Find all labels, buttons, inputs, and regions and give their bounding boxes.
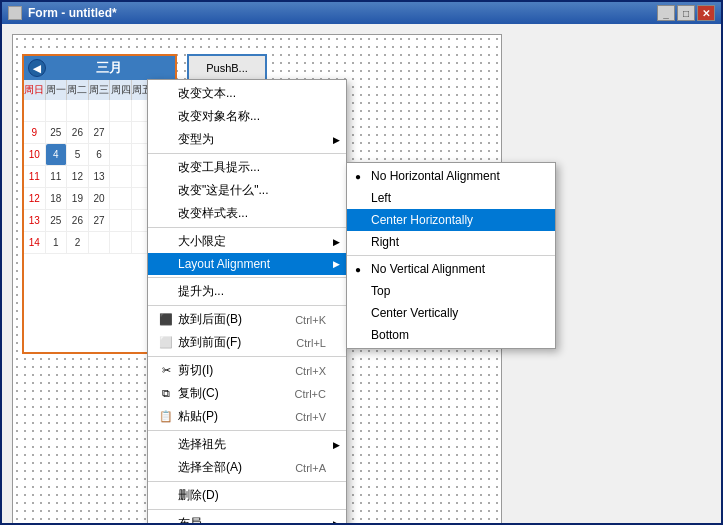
cal-week-num <box>24 100 46 122</box>
blank-icon <box>158 160 174 176</box>
front-icon: ⬜ <box>158 335 174 351</box>
blank-icon <box>158 132 174 148</box>
menu-item-layout[interactable]: 布局 <box>148 512 346 523</box>
menu-item-stylesheet[interactable]: 改变样式表... <box>148 202 346 225</box>
menu-sep-1 <box>148 153 346 154</box>
menu-sep-3 <box>148 277 346 278</box>
context-menu: 改变文本... 改变对象名称... 变型为 改变工具提示... 改变"这是什么"… <box>147 79 347 523</box>
blank-icon <box>158 86 174 102</box>
submenu-top[interactable]: Top <box>347 280 555 302</box>
submenu-right[interactable]: Right <box>347 231 555 253</box>
menu-sep-2 <box>148 227 346 228</box>
submenu-no-v-align[interactable]: ● No Vertical Alignment <box>347 258 555 280</box>
menu-item-delete[interactable]: 删除(D) <box>148 484 346 507</box>
cut-icon: ✂ <box>158 363 174 379</box>
menu-item-size-hint[interactable]: 大小限定 <box>148 230 346 253</box>
cal-weekday-wed: 周三 <box>89 80 111 100</box>
menu-item-layout-alignment[interactable]: Layout Alignment <box>148 253 346 275</box>
menu-sep-8 <box>148 509 346 510</box>
blank-icon <box>158 488 174 504</box>
paste-icon: 📋 <box>158 409 174 425</box>
menu-item-send-back[interactable]: ⬛ 放到后面(B) Ctrl+K <box>148 308 346 331</box>
close-button[interactable]: ✕ <box>697 5 715 21</box>
title-bar: Form - untitled* _ □ ✕ <box>2 2 721 24</box>
maximize-button[interactable]: □ <box>677 5 695 21</box>
blank-icon <box>158 437 174 453</box>
menu-item-select-all[interactable]: 选择全部(A) Ctrl+A <box>148 456 346 479</box>
menu-item-promote[interactable]: 提升为... <box>148 280 346 303</box>
submenu-sep <box>347 255 555 256</box>
push-button[interactable]: PushB... <box>187 54 267 82</box>
submenu-bottom[interactable]: Bottom <box>347 324 555 346</box>
blank-icon <box>158 206 174 222</box>
menu-item-change-name[interactable]: 改变对象名称... <box>148 105 346 128</box>
blank-icon <box>158 256 174 272</box>
submenu-left[interactable]: Left <box>347 187 555 209</box>
menu-sep-4 <box>148 305 346 306</box>
title-bar-buttons: _ □ ✕ <box>657 5 715 21</box>
cal-weekday-mon: 周一 <box>46 80 68 100</box>
blank-icon <box>158 234 174 250</box>
menu-sep-5 <box>148 356 346 357</box>
minimize-button[interactable]: _ <box>657 5 675 21</box>
submenu-no-h-align[interactable]: ● No Horizontal Alignment <box>347 165 555 187</box>
cal-day-9[interactable]: 9 <box>24 122 46 144</box>
window-title: Form - untitled* <box>28 6 651 20</box>
menu-item-select-ancestor[interactable]: 选择祖先 <box>148 433 346 456</box>
menu-item-change-text[interactable]: 改变文本... <box>148 82 346 105</box>
menu-item-bring-front[interactable]: ⬜ 放到前面(F) Ctrl+L <box>148 331 346 354</box>
cal-weekday-sun: 周日 <box>24 80 46 100</box>
layout-alignment-submenu: ● No Horizontal Alignment Left Center Ho… <box>346 162 556 349</box>
blank-icon <box>158 284 174 300</box>
calendar-header: ◀ 三月 <box>24 56 175 80</box>
menu-item-transform[interactable]: 变型为 <box>148 128 346 151</box>
menu-item-whatsthis[interactable]: 改变"这是什么"... <box>148 179 346 202</box>
cal-prev-button[interactable]: ◀ <box>28 59 46 77</box>
cal-weekday-tue: 周二 <box>67 80 89 100</box>
cal-weekday-thu: 周四 <box>110 80 132 100</box>
main-window: Form - untitled* _ □ ✕ ◀ 三月 周日 周一 周二 周三 … <box>0 0 723 525</box>
blank-icon <box>158 460 174 476</box>
blank-icon <box>158 183 174 199</box>
main-area: ◀ 三月 周日 周一 周二 周三 周四 周五 周六 9 <box>2 24 721 523</box>
menu-item-copy[interactable]: ⧉ 复制(C) Ctrl+C <box>148 382 346 405</box>
cal-month-label: 三月 <box>46 59 171 77</box>
submenu-center-h[interactable]: Center Horizontally <box>347 209 555 231</box>
window-icon <box>8 6 22 20</box>
menu-item-paste[interactable]: 📋 粘贴(P) Ctrl+V <box>148 405 346 428</box>
blank-icon <box>158 516 174 524</box>
blank-icon <box>158 109 174 125</box>
back-icon: ⬛ <box>158 312 174 328</box>
menu-sep-6 <box>148 430 346 431</box>
submenu-center-v[interactable]: Center Vertically <box>347 302 555 324</box>
menu-item-cut[interactable]: ✂ 剪切(I) Ctrl+X <box>148 359 346 382</box>
copy-icon: ⧉ <box>158 386 174 402</box>
menu-item-change-tooltip[interactable]: 改变工具提示... <box>148 156 346 179</box>
menu-sep-7 <box>148 481 346 482</box>
